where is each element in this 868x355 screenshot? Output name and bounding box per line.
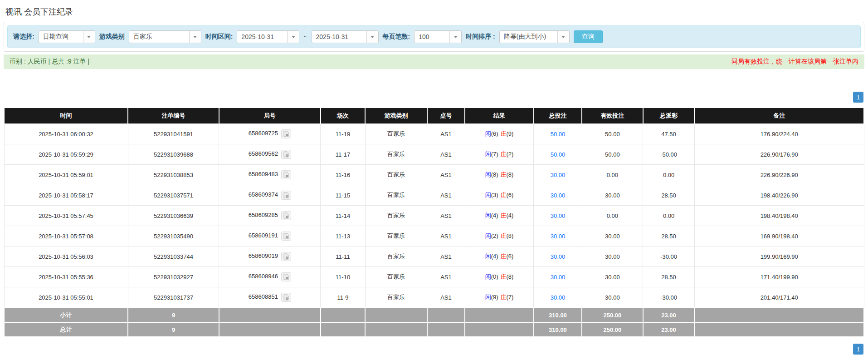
video-replay-icon[interactable] [281, 252, 291, 261]
search-button[interactable]: 查询 [574, 30, 603, 43]
result-banker-label: 庄 [501, 253, 507, 260]
round-number: 658609191 [249, 232, 278, 239]
pagination-bottom: 1 [5, 344, 863, 355]
total-bet-link[interactable]: 30.00 [551, 294, 566, 301]
cell-bet-id: 522931033744 [128, 247, 219, 267]
cell-session: 11-9 [321, 287, 366, 308]
table-header: 时间 注单编号 局号 场次 游戏类别 桌号 结果 总投注 有效投注 总派彩 备注 [4, 108, 864, 124]
video-replay-icon[interactable] [281, 150, 291, 159]
chevron-down-icon[interactable] [366, 31, 378, 43]
total-bet-link[interactable]: 50.00 [551, 151, 566, 158]
total-bet-link[interactable]: 30.00 [551, 274, 566, 281]
total-bet-link[interactable]: 30.00 [551, 212, 566, 219]
chevron-down-icon[interactable] [557, 31, 569, 43]
total-bet-link[interactable]: 30.00 [551, 172, 566, 178]
cell-valid-bet: 50.00 [582, 144, 643, 165]
result-banker-score: (2) [507, 151, 514, 158]
cell-round: 658609725 [219, 124, 321, 144]
video-replay-icon[interactable] [281, 272, 291, 281]
cell-total-bet: 30.00 [534, 226, 582, 247]
cell-session: 11-16 [321, 165, 366, 185]
round-number: 658609483 [249, 171, 278, 178]
chevron-down-icon[interactable] [287, 31, 299, 43]
filter-panel: 请选择: 日期查询 游戏类别 百家乐 时间区间: 2025-10-31 ~ 20… [4, 22, 864, 52]
cell-bet-id: 522931032927 [128, 267, 219, 287]
video-replay-icon[interactable] [281, 129, 291, 138]
chevron-down-icon[interactable] [189, 31, 201, 43]
col-header-valid-bet: 有效投注 [582, 108, 643, 124]
total-bet-link[interactable]: 30.00 [551, 192, 566, 199]
cell-round: 658609019 [219, 247, 321, 267]
page-1-button[interactable]: 1 [853, 344, 863, 355]
video-replay-icon[interactable] [281, 293, 291, 302]
cell-result: 闲(7)庄(2) [465, 144, 534, 165]
cell-empty [694, 322, 864, 337]
cell-total-bet: 30.00 [534, 287, 582, 308]
time-sort-value[interactable]: 降幂(由大到小) [500, 31, 557, 43]
page-size-select[interactable]: 100 [414, 30, 462, 43]
video-replay-icon[interactable] [281, 170, 291, 179]
page-size-value[interactable]: 100 [414, 31, 449, 43]
cell-game-type: 百家乐 [365, 185, 427, 206]
cell-table-no: AS1 [427, 287, 465, 308]
result-player-label: 闲 [485, 130, 491, 137]
date-to-select[interactable]: 2025-10-31 [312, 30, 379, 43]
cell-valid-bet: 30.00 [582, 287, 643, 308]
result-banker-score: (4) [507, 212, 514, 219]
col-header-table-no: 桌号 [427, 108, 465, 124]
game-type-select[interactable]: 百家乐 [129, 30, 201, 43]
result-banker-score: (7) [507, 294, 514, 301]
round-number: 658608946 [249, 273, 278, 280]
game-type-value[interactable]: 百家乐 [129, 31, 189, 43]
table-row: 2025-10-31 05:55:01 522931031737 6586088… [4, 287, 864, 308]
total-bet-link[interactable]: 50.00 [551, 131, 566, 138]
cell-empty [694, 308, 864, 322]
total-total-bet: 310.00 [534, 322, 582, 337]
cell-total-bet: 30.00 [534, 247, 582, 267]
cell-total-bet: 30.00 [534, 267, 582, 287]
time-sort-label: 时间排序 : [466, 33, 495, 41]
result-banker-label: 庄 [501, 192, 507, 198]
subtotal-row: 小计 9 310.00 250.00 23.00 [4, 308, 864, 322]
chevron-down-icon[interactable] [449, 31, 461, 43]
pagination-top: 1 [5, 92, 863, 103]
cell-remark: 226.90/226.90 [694, 165, 864, 185]
result-banker-label: 庄 [501, 212, 507, 219]
result-banker-score: (8) [507, 273, 514, 280]
cell-table-no: AS1 [427, 267, 465, 287]
query-type-value[interactable]: 日期查询 [39, 31, 83, 43]
cell-remark: 176.90/224.40 [694, 124, 864, 144]
cell-time: 2025-10-31 05:59:29 [4, 144, 128, 165]
cell-bet-id: 522931038853 [128, 165, 219, 185]
cell-total-bet: 50.00 [534, 124, 582, 144]
total-bet-link[interactable]: 30.00 [551, 233, 566, 240]
date-from-select[interactable]: 2025-10-31 [237, 30, 299, 43]
subtotal-payout: 23.00 [643, 308, 695, 322]
time-sort-select[interactable]: 降幂(由大到小) [499, 30, 570, 43]
cell-table-no: AS1 [427, 165, 465, 185]
result-banker-label: 庄 [501, 273, 507, 280]
cell-result: 闲(4)庄(4) [465, 206, 534, 226]
video-replay-icon[interactable] [281, 232, 291, 241]
cell-payout: -30.00 [643, 287, 695, 308]
cell-empty [321, 308, 366, 322]
cell-remark: 198.40/198.40 [694, 206, 864, 226]
video-replay-icon[interactable] [281, 191, 291, 200]
cell-round: 658608851 [219, 287, 321, 308]
cell-session: 11-11 [321, 247, 366, 267]
video-replay-icon[interactable] [281, 211, 291, 220]
cell-payout: 0.00 [643, 206, 695, 226]
cell-valid-bet: 0.00 [582, 165, 643, 185]
subtotal-total-bet: 310.00 [534, 308, 582, 322]
query-type-select[interactable]: 日期查询 [39, 30, 95, 43]
cell-game-type: 百家乐 [365, 247, 427, 267]
result-player-score: (3) [491, 192, 498, 198]
date-to-value[interactable]: 2025-10-31 [312, 31, 366, 43]
cell-empty [219, 322, 321, 337]
cell-result: 闲(8)庄(8) [465, 165, 534, 185]
date-from-value[interactable]: 2025-10-31 [237, 31, 287, 43]
cell-valid-bet: 30.00 [582, 226, 643, 247]
page-1-button[interactable]: 1 [853, 92, 863, 103]
chevron-down-icon[interactable] [83, 31, 95, 43]
total-bet-link[interactable]: 30.00 [551, 253, 566, 260]
